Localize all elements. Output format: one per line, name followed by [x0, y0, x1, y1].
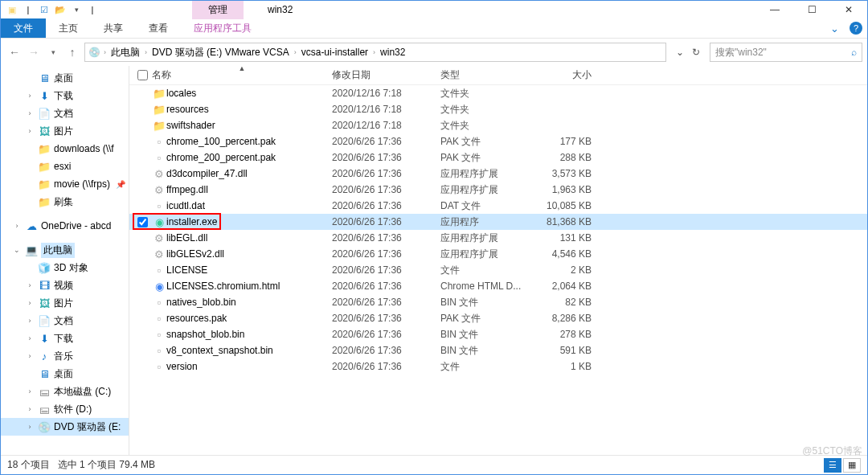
row-checkbox[interactable]	[134, 215, 152, 230]
back-button[interactable]: ←	[6, 46, 23, 59]
view-large-icon[interactable]: ▦	[843, 458, 861, 473]
file-row[interactable]: ⚙libEGL.dll2020/6/26 17:36应用程序扩展131 KB	[129, 230, 867, 246]
search-input[interactable]: 搜索"win32" ⌕	[710, 43, 862, 62]
file-row[interactable]: ▫natives_blob.bin2020/6/26 17:36BIN 文件82…	[129, 294, 867, 310]
tree-node[interactable]: ›♪音乐	[1, 347, 129, 365]
tree-node[interactable]: ›🎞视频	[1, 276, 129, 294]
col-type[interactable]: 类型	[440, 68, 542, 82]
select-all-checkbox[interactable]	[134, 68, 152, 83]
tab-home[interactable]: 主页	[46, 18, 91, 38]
tree-node[interactable]: 📁movie (\\frps)📌	[1, 175, 129, 193]
tab-view[interactable]: 查看	[136, 18, 181, 38]
row-checkbox[interactable]	[134, 166, 152, 182]
properties-icon[interactable]: ☑	[38, 3, 51, 16]
breadcrumb-sep[interactable]: ›	[145, 48, 147, 56]
minimize-button[interactable]: —	[756, 1, 793, 18]
open-icon[interactable]: 📂	[54, 3, 67, 16]
tab-app-tools[interactable]: 应用程序工具	[181, 18, 264, 38]
expand-icon[interactable]: ›	[25, 299, 35, 307]
row-checkbox[interactable]	[134, 102, 152, 117]
col-date[interactable]: 修改日期	[332, 68, 440, 82]
row-checkbox[interactable]	[134, 182, 152, 198]
tree-node[interactable]: ›⬇下载	[1, 330, 129, 347]
tab-file[interactable]: 文件	[1, 18, 46, 38]
ribbon-collapse-icon[interactable]: ⌄	[824, 18, 845, 38]
expand-icon[interactable]: ›	[25, 109, 35, 117]
file-row[interactable]: 📁swiftshader2020/12/16 7:18文件夹	[129, 117, 867, 133]
tree-node[interactable]: 📁downloads (\\f	[1, 140, 129, 158]
expand-icon[interactable]: ›	[12, 222, 22, 230]
address-dropdown-icon[interactable]: ⌄	[676, 47, 684, 58]
file-row[interactable]: ▫icudtl.dat2020/6/26 17:36DAT 文件10,085 K…	[129, 198, 867, 214]
file-row[interactable]: ◉LICENSES.chromium.html2020/6/26 17:36Ch…	[129, 278, 867, 294]
file-row[interactable]: ◉installer.exe2020/6/26 17:36应用程序81,368 …	[129, 214, 867, 230]
breadcrumb-bar[interactable]: 💿 › 此电脑 › DVD 驱动器 (E:) VMware VCSA › vcs…	[84, 43, 666, 62]
forward-button[interactable]: →	[25, 46, 43, 59]
tree-node[interactable]: ›🖴本地磁盘 (C:)	[1, 383, 129, 400]
breadcrumb[interactable]: 此电脑	[109, 46, 141, 59]
breadcrumb-sep[interactable]: ›	[373, 48, 375, 56]
row-checkbox[interactable]	[134, 247, 152, 262]
file-row[interactable]: ▫resources.pak2020/6/26 17:36PAK 文件8,286…	[129, 310, 867, 326]
file-row[interactable]: ⚙d3dcompiler_47.dll2020/6/26 17:36应用程序扩展…	[129, 166, 867, 182]
expand-icon[interactable]: ›	[25, 334, 35, 342]
tree-node[interactable]: ⌄💻此电脑	[1, 241, 129, 259]
expand-icon[interactable]: ›	[25, 92, 35, 100]
expand-icon[interactable]: ›	[25, 387, 35, 395]
file-rows[interactable]: 📁locales2020/12/16 7:18文件夹📁resources2020…	[129, 85, 867, 455]
tree-node[interactable]: ›📄文档	[1, 312, 129, 330]
expand-icon[interactable]: ›	[25, 352, 35, 360]
maximize-button[interactable]: ☐	[793, 1, 830, 18]
file-row[interactable]: ▫snapshot_blob.bin2020/6/26 17:36BIN 文件2…	[129, 326, 867, 342]
tree-node[interactable]: ›📄文档	[1, 104, 129, 122]
file-row[interactable]: 📁resources2020/12/16 7:18文件夹	[129, 101, 867, 117]
row-checkbox[interactable]	[134, 311, 152, 326]
col-name[interactable]: 名称▲	[152, 68, 332, 82]
file-row[interactable]: ▫chrome_100_percent.pak2020/6/26 17:36PA…	[129, 133, 867, 149]
breadcrumb-sep[interactable]: ›	[294, 48, 297, 56]
breadcrumb-sep[interactable]: ›	[104, 48, 106, 56]
breadcrumb[interactable]: DVD 驱动器 (E:) VMware VCSA	[150, 46, 291, 59]
expand-icon[interactable]: ›	[25, 281, 35, 289]
recent-dropdown-icon[interactable]: ▾	[44, 48, 62, 56]
breadcrumb[interactable]: vcsa-ui-installer	[300, 47, 370, 58]
row-checkbox[interactable]	[134, 279, 152, 294]
help-icon[interactable]: ?	[850, 22, 862, 35]
tree-node[interactable]: 🧊3D 对象	[1, 259, 129, 276]
up-button[interactable]: ↑	[63, 46, 81, 59]
tree-node[interactable]: ›🖼图片	[1, 294, 129, 312]
tree-node[interactable]: ›🖴软件 (D:)	[1, 400, 129, 418]
tab-share[interactable]: 共享	[91, 18, 136, 38]
tree-node[interactable]: ›🖼图片	[1, 122, 129, 140]
row-checkbox[interactable]	[134, 295, 152, 310]
qat-dropdown-icon[interactable]: ▾	[70, 3, 83, 16]
expand-icon[interactable]: ⌄	[12, 246, 22, 254]
close-button[interactable]: ✕	[830, 1, 867, 18]
row-checkbox[interactable]	[134, 86, 152, 101]
view-details-icon[interactable]: ☰	[824, 458, 841, 473]
file-row[interactable]: ⚙ffmpeg.dll2020/6/26 17:36应用程序扩展1,963 KB	[129, 182, 867, 198]
file-row[interactable]: ▫LICENSE2020/6/26 17:36文件2 KB	[129, 262, 867, 278]
tree-node[interactable]: ›☁OneDrive - abcd	[1, 217, 129, 235]
refresh-icon[interactable]: ↻	[692, 47, 700, 58]
expand-icon[interactable]: ›	[25, 405, 35, 413]
tree-node[interactable]: ›⬇下载	[1, 87, 129, 104]
tree-node[interactable]: 📁esxi	[1, 158, 129, 175]
tree-node[interactable]: 📁刷集	[1, 193, 129, 211]
row-checkbox[interactable]	[134, 118, 152, 133]
file-row[interactable]: ▫v8_context_snapshot.bin2020/6/26 17:36B…	[129, 342, 867, 358]
row-checkbox[interactable]	[134, 263, 152, 278]
row-checkbox[interactable]	[134, 199, 152, 214]
col-size[interactable]: 大小	[542, 68, 598, 82]
row-checkbox[interactable]	[134, 343, 152, 358]
file-row[interactable]: ▫version2020/6/26 17:36文件1 KB	[129, 358, 867, 375]
row-checkbox[interactable]	[134, 150, 152, 166]
row-checkbox[interactable]	[134, 327, 152, 342]
tree-node[interactable]: ›💿DVD 驱动器 (E:	[1, 418, 129, 436]
expand-icon[interactable]: ›	[25, 127, 35, 135]
navigation-tree[interactable]: 🖥桌面›⬇下载›📄文档›🖼图片📁downloads (\\f📁esxi📁movi…	[1, 66, 129, 455]
tree-node[interactable]: 🖥桌面	[1, 69, 129, 87]
row-checkbox[interactable]	[134, 359, 152, 375]
search-icon[interactable]: ⌕	[851, 47, 857, 58]
file-row[interactable]: 📁locales2020/12/16 7:18文件夹	[129, 85, 867, 101]
